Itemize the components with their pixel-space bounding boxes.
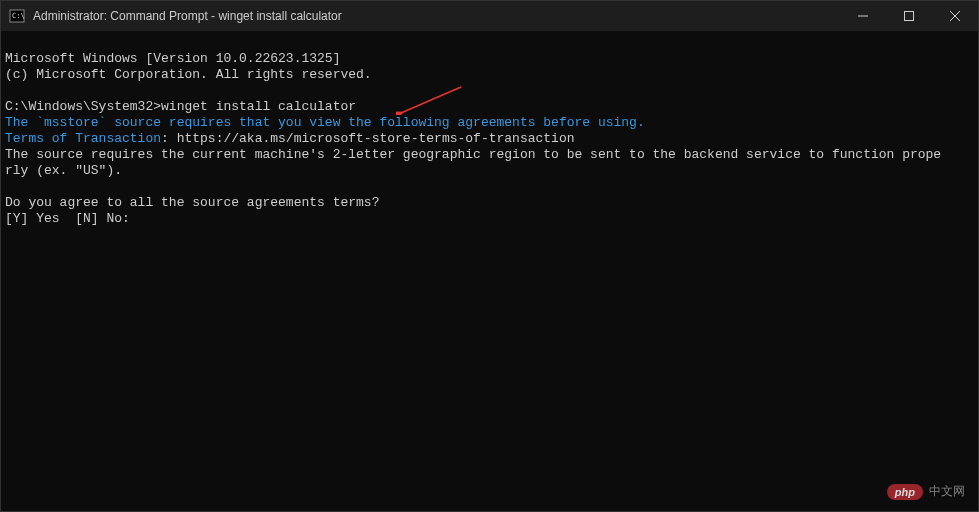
- window-controls: [840, 1, 978, 31]
- agreement-options: [Y] Yes [N] No:: [5, 211, 130, 226]
- titlebar[interactable]: C:\ Administrator: Command Prompt - wing…: [1, 1, 978, 31]
- maximize-button[interactable]: [886, 1, 932, 31]
- terms-label: Terms of Transaction: [5, 131, 161, 146]
- watermark: php 中文网: [887, 483, 965, 500]
- annotation-arrow-icon: [396, 85, 466, 115]
- svg-rect-3: [905, 12, 914, 21]
- svg-line-6: [401, 87, 461, 113]
- msstore-notice: The `msstore` source requires that you v…: [5, 115, 645, 130]
- region-msg-b: rly (ex. "US").: [5, 163, 122, 178]
- version-line: Microsoft Windows [Version 10.0.22623.13…: [5, 51, 340, 66]
- copyright-line: (c) Microsoft Corporation. All rights re…: [5, 67, 372, 82]
- minimize-button[interactable]: [840, 1, 886, 31]
- terms-url: : https://aka.ms/microsoft-store-terms-o…: [161, 131, 574, 146]
- command-prompt-window: C:\ Administrator: Command Prompt - wing…: [0, 0, 979, 512]
- terminal-area[interactable]: Microsoft Windows [Version 10.0.22623.13…: [1, 31, 978, 511]
- watermark-text: 中文网: [929, 483, 965, 500]
- watermark-badge: php: [887, 484, 923, 500]
- close-button[interactable]: [932, 1, 978, 31]
- command-text: winget install calculator: [161, 99, 356, 114]
- prompt: C:\Windows\System32>: [5, 99, 161, 114]
- window-title: Administrator: Command Prompt - winget i…: [33, 9, 840, 23]
- cmd-icon: C:\: [9, 8, 25, 24]
- svg-text:C:\: C:\: [12, 12, 25, 20]
- agreement-question: Do you agree to all the source agreement…: [5, 195, 379, 210]
- region-msg-a: The source requires the current machine'…: [5, 147, 941, 162]
